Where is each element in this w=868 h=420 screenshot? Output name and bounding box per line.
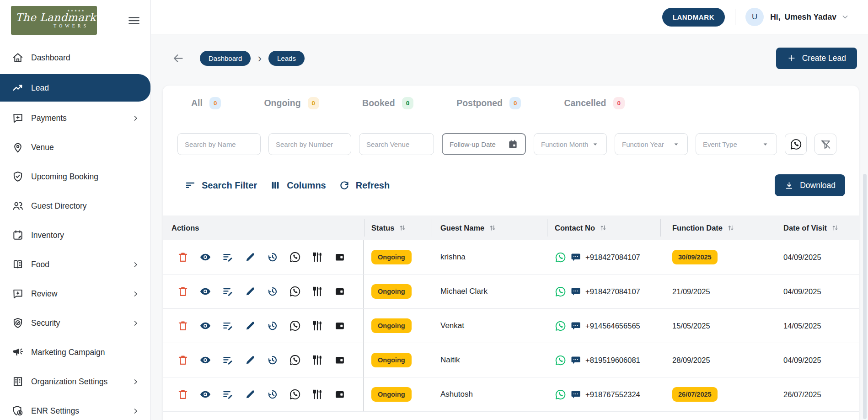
user-menu[interactable]: Hi, Umesh Yadav	[770, 12, 850, 22]
event-type-select[interactable]: Event Type	[696, 133, 777, 155]
sidebar-item-organization-settings[interactable]: Organization Settings	[0, 369, 150, 394]
scrollbar[interactable]	[863, 37, 867, 420]
back-arrow-icon[interactable]	[172, 52, 184, 65]
edit-pencil-icon[interactable]	[244, 285, 256, 297]
breadcrumb-dashboard[interactable]: Dashboard	[200, 51, 251, 66]
sidebar-item-venue[interactable]: Venue	[0, 135, 150, 160]
sidebar-item-guest-directory[interactable]: Guest Directory	[0, 193, 150, 219]
sms-icon[interactable]	[570, 320, 581, 331]
sort-icon[interactable]	[488, 224, 497, 232]
tab-all[interactable]: All 0	[191, 97, 221, 110]
sms-icon[interactable]	[570, 355, 581, 366]
whatsapp-icon[interactable]	[289, 320, 301, 332]
notes-edit-icon[interactable]	[222, 354, 234, 366]
sort-icon[interactable]	[831, 224, 839, 232]
wallet-icon[interactable]	[334, 388, 346, 400]
whatsapp-icon[interactable]	[289, 354, 301, 366]
history-icon[interactable]	[267, 285, 279, 297]
delete-icon[interactable]	[177, 251, 189, 263]
history-icon[interactable]	[267, 354, 279, 366]
view-icon[interactable]	[199, 251, 211, 263]
sidebar-nav: Dashboard Lead Payments Venue Upcoming B…	[0, 35, 150, 420]
edit-pencil-icon[interactable]	[244, 388, 256, 400]
sidebar-item-lead[interactable]: Lead	[0, 74, 150, 102]
history-icon[interactable]	[267, 388, 279, 400]
whatsapp-icon[interactable]	[289, 251, 301, 263]
edit-pencil-icon[interactable]	[244, 320, 256, 332]
cutlery-icon[interactable]	[311, 388, 323, 400]
search-name-input[interactable]: Search by Name	[177, 133, 261, 155]
cutlery-icon[interactable]	[311, 320, 323, 332]
delete-icon[interactable]	[177, 354, 189, 366]
tab-postponed[interactable]: Postponed 0	[456, 97, 521, 110]
tab-ongoing[interactable]: Ongoing 0	[264, 97, 319, 110]
followup-date-input[interactable]: Follow-up Date	[442, 133, 526, 155]
tab-booked[interactable]: Booked 0	[362, 97, 413, 110]
view-icon[interactable]	[199, 354, 211, 366]
create-lead-button[interactable]: Create Lead	[776, 48, 857, 69]
wallet-icon[interactable]	[334, 285, 346, 297]
avatar[interactable]: U	[745, 8, 764, 26]
wallet-icon[interactable]	[334, 354, 346, 366]
whatsapp-contact-icon[interactable]	[555, 252, 566, 263]
edit-pencil-icon[interactable]	[244, 354, 256, 366]
function-month-select[interactable]: Function Month	[534, 133, 607, 155]
notes-edit-icon[interactable]	[222, 285, 234, 297]
edit-pencil-icon[interactable]	[244, 251, 256, 263]
clear-filters-button[interactable]	[814, 134, 836, 155]
building-icon	[12, 376, 24, 388]
function-year-select[interactable]: Function Year	[615, 133, 688, 155]
tab-cancelled[interactable]: Cancelled 0	[564, 97, 625, 110]
wallet-icon[interactable]	[334, 320, 346, 332]
view-icon[interactable]	[199, 388, 211, 400]
whatsapp-contact-icon[interactable]	[555, 355, 566, 366]
cutlery-icon[interactable]	[311, 285, 323, 297]
cutlery-icon[interactable]	[311, 354, 323, 366]
download-button[interactable]: Download	[775, 174, 845, 196]
sidebar-item-review[interactable]: Review	[0, 281, 150, 307]
sidebar-item-upcoming-booking[interactable]: Upcoming Booking	[0, 164, 150, 189]
sidebar-item-inventory[interactable]: Inventory	[0, 222, 150, 248]
history-icon[interactable]	[267, 251, 279, 263]
wallet-icon[interactable]	[334, 251, 346, 263]
hamburger-menu-icon[interactable]	[128, 14, 140, 27]
search-number-input[interactable]: Search by Number	[268, 133, 351, 155]
sidebar-item-marketing-campaign[interactable]: Marketing Campaign	[0, 339, 150, 365]
sms-icon[interactable]	[570, 286, 581, 297]
whatsapp-contact-icon[interactable]	[555, 320, 566, 332]
whatsapp-icon[interactable]	[289, 388, 301, 400]
sort-icon[interactable]	[599, 224, 607, 232]
sidebar-item-security[interactable]: Security	[0, 310, 150, 336]
sidebar-item-food[interactable]: Food	[0, 252, 150, 277]
sidebar-item-dashboard[interactable]: Dashboard	[0, 45, 150, 70]
tab-label: Cancelled	[564, 98, 606, 108]
org-button[interactable]: LANDMARK	[662, 8, 725, 27]
notes-edit-icon[interactable]	[222, 251, 234, 263]
whatsapp-contact-icon[interactable]	[555, 286, 566, 297]
history-icon[interactable]	[267, 320, 279, 332]
sms-icon[interactable]	[570, 389, 581, 400]
whatsapp-icon[interactable]	[289, 285, 301, 297]
delete-icon[interactable]	[177, 320, 189, 332]
sidebar-item-label: Dashboard	[31, 53, 70, 63]
refresh-button[interactable]: Refresh	[339, 180, 390, 191]
cutlery-icon[interactable]	[311, 251, 323, 263]
breadcrumb-leads[interactable]: Leads	[268, 51, 305, 66]
sidebar-item-payments[interactable]: Payments	[0, 105, 150, 131]
columns-button[interactable]: Columns	[270, 180, 326, 191]
sidebar-item-enr-settings[interactable]: ENR Settings	[0, 398, 150, 420]
sort-icon[interactable]	[398, 224, 407, 232]
whatsapp-filter-button[interactable]	[785, 134, 807, 155]
sort-icon[interactable]	[727, 224, 735, 232]
view-icon[interactable]	[199, 320, 211, 332]
view-icon[interactable]	[199, 285, 211, 297]
search-venue-input[interactable]: Search Venue	[359, 133, 434, 155]
sms-icon[interactable]	[570, 252, 581, 263]
delete-icon[interactable]	[177, 285, 189, 297]
notes-edit-icon[interactable]	[222, 320, 234, 332]
search-filter-button[interactable]: Search Filter	[185, 180, 257, 191]
whatsapp-contact-icon[interactable]	[555, 389, 566, 400]
notes-edit-icon[interactable]	[222, 388, 234, 400]
scrollbar-thumb[interactable]	[863, 174, 867, 419]
delete-icon[interactable]	[177, 388, 189, 400]
